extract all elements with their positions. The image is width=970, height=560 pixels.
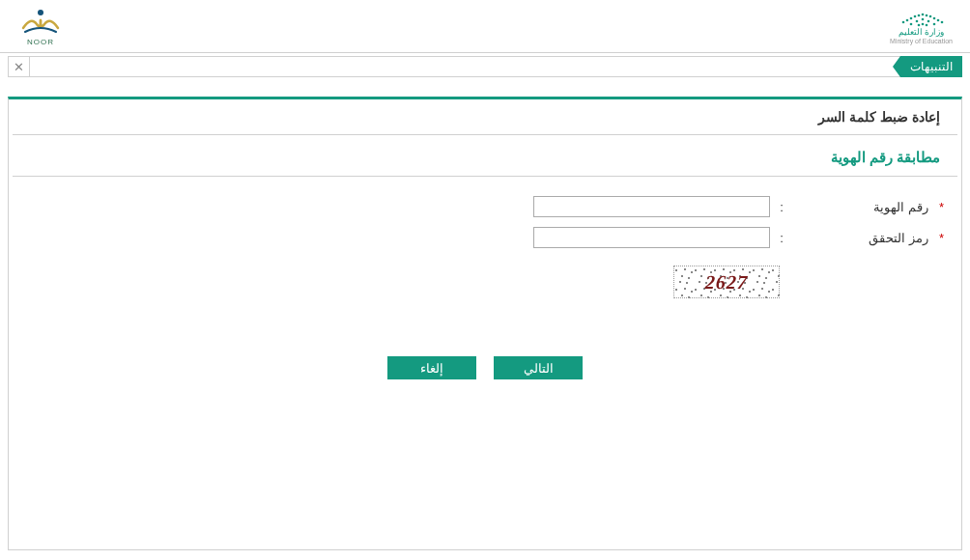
captcha-code-text: 2627 (704, 271, 749, 294)
notifications-tab[interactable]: التنبيهات (900, 56, 962, 77)
svg-point-6 (925, 14, 927, 17)
required-mark: * (934, 200, 944, 214)
svg-point-9 (936, 19, 939, 22)
ministry-logo: وزارة التعليم Ministry of Education (890, 7, 953, 45)
captcha-image-row: 2627 (26, 266, 780, 298)
svg-point-14 (927, 20, 929, 23)
captcha-image: 2627 (673, 266, 780, 298)
svg-point-8 (932, 17, 935, 20)
svg-point-15 (932, 23, 935, 26)
app-header: وزارة التعليم Ministry of Education NOOR (0, 0, 970, 53)
svg-point-18 (925, 24, 927, 27)
svg-point-10 (940, 21, 943, 24)
notifications-close-button[interactable]: ✕ (8, 56, 29, 77)
close-icon: ✕ (14, 60, 24, 74)
ministry-dots-icon (894, 7, 950, 28)
svg-point-2 (909, 17, 912, 20)
svg-point-12 (915, 20, 918, 23)
label-captcha: رمز التحقق (793, 231, 928, 245)
ministry-text-ar: وزارة التعليم (899, 28, 945, 38)
next-button[interactable]: التالي (494, 356, 583, 379)
svg-point-13 (921, 18, 924, 21)
svg-point-5 (921, 14, 924, 16)
svg-point-16 (917, 24, 920, 27)
main-panel: إعادة ضبط كلمة السر مطابقة رقم الهوية * … (8, 97, 962, 550)
label-id-number: رقم الهوية (793, 200, 928, 214)
svg-point-7 (928, 15, 931, 18)
svg-point-11 (909, 23, 912, 26)
row-id-number: * رقم الهوية : (26, 196, 944, 217)
svg-point-3 (913, 15, 916, 18)
colon: : (776, 231, 787, 245)
notifications-tab-label: التنبيهات (910, 60, 953, 73)
svg-point-0 (901, 21, 904, 24)
colon: : (776, 200, 787, 214)
row-captcha: * رمز التحقق : (26, 227, 944, 248)
section-title: مطابقة رقم الهوية (13, 135, 957, 177)
notifications-bar: التنبيهات ✕ (8, 56, 962, 77)
svg-point-17 (921, 23, 924, 26)
form-area: * رقم الهوية : * رمز التحقق : 2627 التال… (9, 177, 961, 379)
cancel-button[interactable]: إلغاء (387, 356, 476, 379)
button-row: التالي إلغاء (26, 356, 944, 379)
noor-logo-icon (17, 7, 64, 36)
required-mark: * (934, 231, 944, 245)
noor-logo: NOOR (17, 7, 64, 46)
page-title: إعادة ضبط كلمة السر (13, 99, 957, 135)
input-captcha[interactable] (533, 227, 770, 248)
svg-point-1 (905, 19, 908, 22)
noor-logo-text: NOOR (27, 38, 54, 46)
notifications-track (29, 56, 900, 77)
ministry-text-en: Ministry of Education (890, 38, 953, 45)
svg-point-4 (917, 14, 920, 17)
input-id-number[interactable] (533, 196, 770, 217)
svg-point-19 (38, 10, 43, 15)
